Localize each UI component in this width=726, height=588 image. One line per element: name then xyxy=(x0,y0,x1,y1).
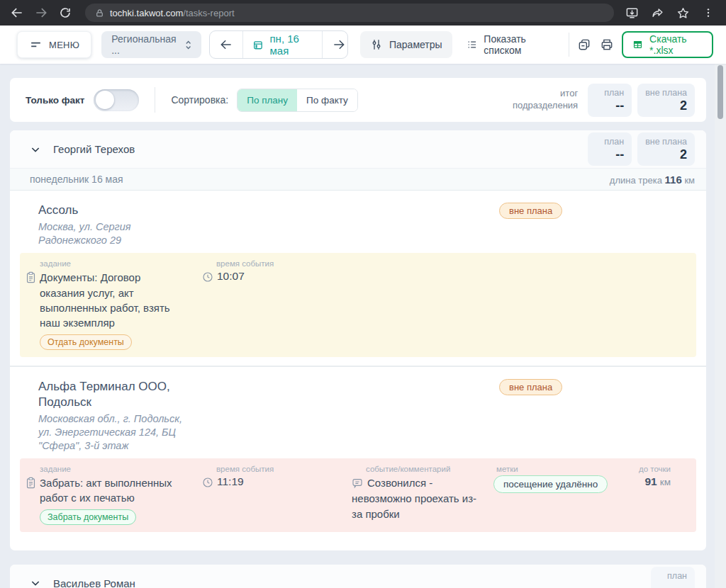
clipboard-icon xyxy=(26,477,36,506)
date-navigator: пн, 16 мая xyxy=(209,30,348,59)
event-time: 10:07 xyxy=(217,270,245,283)
browser-forward-button[interactable] xyxy=(31,3,51,23)
app-viewport: МЕНЮ Региональная ... пн, 16 мая Парамет… xyxy=(0,26,726,588)
point-address: Московская обл., г. Подольск, ул. Энерге… xyxy=(38,412,189,453)
distance-cell-label: до точки xyxy=(628,465,671,473)
visit-tag: посещение удалённо xyxy=(493,475,608,493)
section-header[interactable]: Васильев Роман план -- xyxy=(10,565,706,588)
browser-menu-icon[interactable] xyxy=(700,5,716,21)
url-path: /tasks-report xyxy=(183,8,234,18)
app-toolbar: МЕНЮ Региональная ... пн, 16 мая Парамет… xyxy=(0,26,726,64)
clipboard-icon xyxy=(26,271,36,330)
date-picker-button[interactable]: пн, 16 мая xyxy=(242,31,322,58)
download-xlsx-label: Скачать *.xlsx xyxy=(649,33,703,56)
offplan-stat: вне плана 2 xyxy=(637,84,695,117)
point-title: Ассоль xyxy=(38,203,194,218)
sort-segmented-control: По плану По факту xyxy=(237,89,358,112)
employee-name: Георгий Терехов xyxy=(53,143,135,155)
division-total-label: итог подразделения xyxy=(513,88,578,112)
browser-back-button[interactable] xyxy=(7,3,27,23)
day-row: понедельник 16 мая длина трека 116 км xyxy=(10,169,706,191)
lock-icon xyxy=(95,9,104,18)
arrow-left-icon xyxy=(219,38,233,52)
fact-only-toggle[interactable] xyxy=(94,89,139,111)
prev-day-button[interactable] xyxy=(210,31,242,58)
task-card: Альфа Терминал ООО, Подольск Московская … xyxy=(10,366,706,546)
region-select[interactable]: Региональная ... xyxy=(101,31,201,58)
calendar-icon xyxy=(252,38,264,52)
filter-divider xyxy=(155,87,155,113)
task-type-tag: Отдать документы xyxy=(40,334,132,350)
section-header[interactable]: Георгий Терехов план -- вне плана 2 xyxy=(10,130,706,169)
menu-button[interactable]: МЕНЮ xyxy=(17,31,91,58)
table-icon xyxy=(632,38,643,51)
plan-stat-label: план xyxy=(596,88,624,98)
share-icon[interactable] xyxy=(649,5,665,21)
employee-name: Васильев Роман xyxy=(53,577,135,588)
task-details: задание Забрать: акт выполненных работ с… xyxy=(20,458,696,532)
tags-cell-label: метки xyxy=(496,465,628,473)
show-as-list-button[interactable]: Показать списком xyxy=(457,31,566,58)
sort-by-plan-option[interactable]: По плану xyxy=(238,89,297,111)
show-as-list-label: Показать списком xyxy=(484,33,556,56)
task-text: Забрать: акт выполненных работ с их печа… xyxy=(40,475,188,506)
distance-cell: до точки 91 км xyxy=(628,465,696,525)
comment-cell: событие/комментарий Созвонился - невозмо… xyxy=(346,465,493,525)
install-app-icon[interactable] xyxy=(624,5,640,21)
filter-bar: Только факт Сортировка: По плану По факт… xyxy=(10,78,706,122)
point-address: Москва, ул. Сергия Радонежского 29 xyxy=(38,220,189,247)
tags-cell: метки посещение удалённо xyxy=(493,465,628,525)
parameters-button[interactable]: Параметры xyxy=(360,31,452,58)
fact-only-label: Только факт xyxy=(26,95,84,106)
task-details: задание Документы: Договор оказания услу… xyxy=(20,253,696,356)
time-cell: время события 10:07 xyxy=(196,259,346,349)
report-content: Только факт Сортировка: По плану По факт… xyxy=(0,64,726,588)
address-bar[interactable]: tochki.takwot.com/tasks-report xyxy=(85,4,614,22)
url-domain: tochki.takwot.com xyxy=(110,8,183,18)
plan-stat: план -- xyxy=(588,84,632,117)
distance-value: 91 км xyxy=(628,475,671,488)
parameters-label: Параметры xyxy=(389,39,442,50)
chevron-down-icon[interactable] xyxy=(30,577,41,588)
bookmark-star-icon[interactable] xyxy=(675,5,691,21)
date-label: пн, 16 мая xyxy=(270,33,313,57)
time-cell-label: время события xyxy=(216,259,346,268)
point-title: Альфа Терминал ООО, Подольск xyxy=(38,379,194,410)
copy-icon[interactable] xyxy=(575,33,594,56)
list-icon xyxy=(467,38,478,51)
region-select-value: Региональная ... xyxy=(111,33,177,56)
task-card: Ассоль Москва, ул. Сергия Радонежского 2… xyxy=(10,191,706,366)
print-icon[interactable] xyxy=(597,33,616,56)
browser-toolbar: tochki.takwot.com/tasks-report xyxy=(0,0,726,26)
next-day-button[interactable] xyxy=(322,31,348,58)
toolbar-divider xyxy=(569,33,569,57)
event-time: 11:19 xyxy=(217,475,244,488)
employee-section: Васильев Роман план -- Нет задач xyxy=(10,565,706,588)
task-cell-label: задание xyxy=(40,259,196,268)
offplan-badge: вне плана xyxy=(499,379,562,395)
toggle-knob xyxy=(96,91,114,109)
task-cell: задание Документы: Договор оказания услу… xyxy=(20,259,196,349)
menu-icon xyxy=(29,39,43,50)
download-xlsx-button[interactable]: Скачать *.xlsx xyxy=(622,31,713,58)
task-cell: задание Забрать: акт выполненных работ с… xyxy=(20,465,196,525)
clock-icon xyxy=(202,271,213,283)
offplan-stat: вне плана 2 xyxy=(637,132,695,166)
task-type-tag: Забрать документы xyxy=(40,509,136,525)
offplan-stat-label: вне плана xyxy=(645,88,687,98)
plan-stat: план -- xyxy=(651,567,695,588)
comment-bubble-icon xyxy=(352,477,363,489)
scrollbar-track[interactable] xyxy=(715,26,726,588)
employee-section: Георгий Терехов план -- вне плана 2 поне… xyxy=(10,130,706,550)
chevron-down-icon[interactable] xyxy=(30,144,41,155)
sort-label: Сортировка: xyxy=(171,94,228,106)
comment-cell-label: событие/комментарий xyxy=(366,465,493,473)
scrollbar-thumb[interactable] xyxy=(717,65,723,119)
browser-reload-button[interactable] xyxy=(55,3,75,23)
sort-by-fact-option[interactable]: По факту xyxy=(297,89,357,111)
offplan-badge: вне плана xyxy=(499,203,562,219)
clock-icon xyxy=(202,477,213,488)
arrow-right-icon xyxy=(332,38,346,52)
task-text: Документы: Договор оказания услуг, акт в… xyxy=(40,270,188,330)
plan-stat: план -- xyxy=(588,132,632,166)
